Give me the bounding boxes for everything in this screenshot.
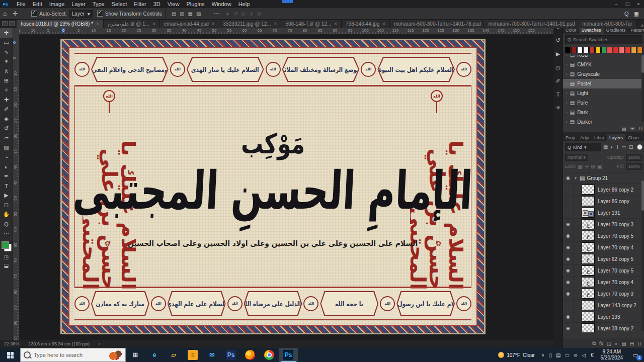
delete-swatch-icon[interactable]: ⊔ (638, 126, 642, 131)
tab-libra[interactable]: Libra (592, 134, 607, 141)
document-tab[interactable]: emam-jonad-44.psd× (160, 19, 219, 28)
hand-tool[interactable]: ✋ (0, 210, 13, 219)
quick-mask-icon[interactable]: ◳ (4, 254, 9, 260)
layer-thumbnail[interactable]: ع (582, 219, 595, 229)
layer-thumbnail[interactable]: ع (582, 289, 595, 299)
layer-row[interactable]: Layer 143 copy 2 (563, 300, 644, 311)
layer-filter-dropdown[interactable]: Q Kind ▾ (565, 143, 601, 151)
language-indicator[interactable]: € (588, 352, 597, 358)
layer-thumbnail[interactable]: ع (582, 231, 595, 241)
brush-tool[interactable]: ✐ (0, 105, 13, 114)
layer-row[interactable]: ◉عLayer 70 copy 4 (563, 242, 644, 253)
move-tool-preset-icon[interactable]: ✛ (10, 10, 21, 17)
file-explorer-icon[interactable]: ▱ (164, 348, 183, 362)
close-button[interactable]: × (633, 0, 644, 8)
actions-icon[interactable]: ▶ (556, 51, 560, 57)
type-tool[interactable]: T (0, 181, 13, 191)
visibility-eye-icon[interactable]: ◉ (563, 242, 574, 253)
battery-icon[interactable]: ▭ (562, 352, 571, 358)
menu-edit[interactable]: Edit (29, 0, 46, 8)
minimize-button[interactable]: – (611, 0, 622, 8)
close-tab-icon[interactable]: × (274, 21, 277, 27)
layer-thumbnail[interactable]: ع (582, 277, 595, 287)
menu-file[interactable]: File (13, 0, 29, 8)
layer-thumbnail[interactable] (582, 323, 595, 332)
swatch[interactable] (625, 47, 630, 53)
layer-thumbnail[interactable] (582, 312, 595, 322)
frame-tool[interactable]: ⊞ (0, 76, 13, 85)
layers-scrollbar[interactable] (641, 180, 644, 211)
close-tab-icon[interactable]: × (382, 21, 385, 27)
layer-row[interactable]: Layer 86 copy (563, 196, 644, 207)
maximize-button[interactable]: ▢ (622, 0, 633, 8)
document-tab[interactable]: moharam-500-300-Tarh.ir-1401-78.psd× (390, 19, 484, 28)
history-icon[interactable]: ↺ (555, 37, 560, 44)
swatch-group-darker[interactable]: ›▤Darker (563, 117, 641, 125)
distribute-icon[interactable]: ▧ (196, 11, 201, 17)
new-layer-icon[interactable]: ⊞ (630, 341, 634, 346)
photoshop-active-icon[interactable]: Ps (279, 348, 298, 362)
auto-select-dropdown[interactable]: Layer ▾ (69, 10, 93, 18)
swatch[interactable] (607, 47, 612, 53)
tab-path[interactable]: Path (641, 134, 644, 141)
menu-filter[interactable]: Filter (130, 0, 149, 8)
align-center-icon[interactable]: ▥ (180, 11, 184, 17)
blur-tool[interactable]: ◔ (0, 152, 13, 162)
layer-row[interactable]: ◉Layer 38 copy 2 (563, 323, 644, 332)
tablet-icon[interactable]: ▯ (547, 352, 554, 358)
document-tab[interactable]: moharam-500-300-Tar (578, 19, 637, 28)
sticky-notes-icon[interactable]: ≡ (183, 348, 202, 362)
swatch[interactable] (631, 47, 636, 53)
new-swatch-icon[interactable]: ⊞ (630, 126, 634, 131)
visibility-eye-icon[interactable]: ◉ (563, 219, 574, 230)
link-layers-icon[interactable]: ⧉ (592, 340, 596, 346)
edge-icon[interactable]: e (145, 348, 164, 362)
close-tab-icon[interactable]: × (96, 21, 99, 27)
layer-thumbnail[interactable]: ع (582, 242, 595, 252)
healing-brush-tool[interactable]: ✚ (0, 95, 13, 105)
document-tab[interactable]: 738-143-44.jpg× (342, 19, 390, 28)
status-chevron-icon[interactable]: › (99, 341, 100, 346)
layer-row[interactable]: ◉عLayer 70 copy 5 (563, 265, 644, 277)
chrome-icon[interactable] (260, 348, 279, 362)
lasso-tool[interactable]: ∿ (0, 47, 13, 57)
shape-tool[interactable]: ◻ (0, 200, 13, 210)
new-group-icon[interactable]: ▤ (621, 341, 626, 346)
visibility-eye-icon[interactable] (563, 196, 574, 207)
swatch[interactable] (595, 47, 601, 53)
marquee-tool[interactable]: ▭ (0, 38, 13, 47)
more-tools[interactable]: ⋯ (0, 229, 13, 238)
swatch-group-pure[interactable]: ›▤Pure (563, 98, 641, 108)
layer-row[interactable]: ◉عLayer 62 copy 5 (563, 253, 644, 265)
close-tab-icon[interactable]: × (212, 21, 215, 27)
layer-mask-icon[interactable]: ◳ (607, 341, 611, 346)
adjustment-layer-icon[interactable]: ◐ (615, 341, 618, 346)
properties-icon[interactable]: ✳ (555, 105, 560, 111)
document-tab[interactable]: moharam-700-300-Tarh.ir-1401-01.psd× (484, 19, 578, 28)
zoom-level[interactable]: 22.96% (4, 341, 20, 346)
blend-mode-dropdown[interactable]: Normal ▾ (565, 154, 588, 161)
document-tab[interactable]: 508-148-T.tif @ 12...× (281, 19, 342, 28)
volume-icon[interactable]: ◁ (580, 352, 588, 358)
character-icon[interactable]: T (556, 92, 560, 98)
delete-layer-icon[interactable]: ⊔ (637, 341, 641, 346)
more-options-icon[interactable]: ⋯ (210, 10, 222, 17)
filter-adjustment-icon[interactable]: ◐ (610, 144, 613, 150)
document-tab[interactable]: 33233211.jpg @ 12...× (219, 19, 282, 28)
layer-row[interactable]: Layer 86 copy 2 (563, 184, 644, 196)
magic-wand-tool[interactable]: ✶ (0, 57, 13, 66)
new-group-icon[interactable]: ▤ (621, 126, 626, 131)
swatch[interactable] (565, 47, 571, 53)
photoshop-icon[interactable]: Ps (221, 348, 240, 362)
lock-icon[interactable]: ▣ (597, 164, 602, 169)
eraser-tool[interactable]: ▱ (0, 133, 13, 143)
swatch[interactable] (577, 47, 583, 53)
layer-thumbnail[interactable] (582, 185, 595, 195)
zoom-tool[interactable]: Q (0, 219, 13, 229)
mail-icon[interactable]: ✉ (202, 348, 221, 362)
menu-help[interactable]: Help (235, 0, 254, 8)
align-left-icon[interactable]: ▤ (172, 11, 176, 17)
network-icon[interactable]: ≋ (572, 352, 580, 358)
show-transform-checkbox[interactable] (97, 11, 103, 17)
swatches-scrollbar[interactable] (641, 55, 644, 73)
